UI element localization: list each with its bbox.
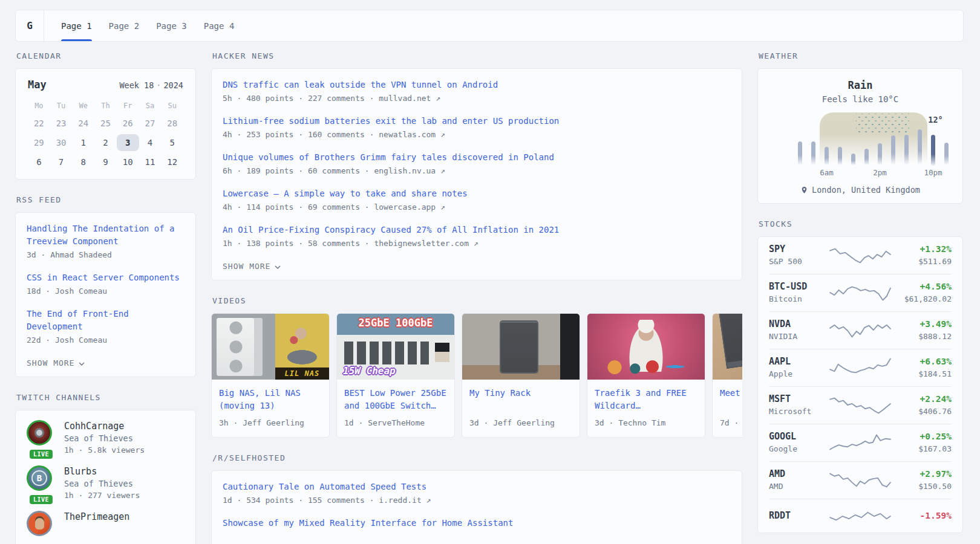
- weather-condition: Rain: [768, 79, 953, 92]
- channel-name-link[interactable]: CohhCarnage: [64, 420, 145, 433]
- videos-section: VIDEOS LIL NAS Big NAS, Lil NAS (moving …: [211, 296, 742, 438]
- hn-show-more-button[interactable]: SHOW MORE: [223, 262, 281, 271]
- stock-symbol: GOOGL: [769, 430, 827, 443]
- calendar-day: 4: [139, 134, 162, 151]
- twitch-channel-row[interactable]: LIVE CohhCarnage Sea of Thieves 1h · 5.8…: [27, 420, 185, 456]
- feed-item-link[interactable]: An Oil Price-Fixing Conspiracy Caused 27…: [223, 224, 731, 236]
- video-thumbnail[interactable]: 25GbE 100GbE 15W Cheap: [337, 314, 454, 380]
- tab-page-3[interactable]: Page 3: [156, 10, 187, 41]
- calendar-day: 27: [139, 115, 162, 132]
- stock-identity: AMD AMD: [769, 468, 827, 492]
- calendar-days: 222324252627282930123456789101112: [28, 115, 183, 170]
- feed-item-link[interactable]: Showcase of my Mixed Reality Interface f…: [223, 517, 731, 529]
- rss-list: Handling The Indentation of a Treeview C…: [27, 222, 185, 346]
- calendar-weekday: Su: [161, 98, 183, 115]
- weather-bar: [904, 135, 909, 166]
- stock-row: RDDT -1.59%: [769, 499, 952, 533]
- feed-item-link[interactable]: Lithium-free sodium batteries exit the l…: [223, 115, 731, 128]
- stock-price: $184.51: [893, 368, 952, 380]
- thumbnail-dim-overlay: [713, 314, 742, 380]
- video-title-link[interactable]: My Tiny Rack: [469, 387, 572, 412]
- rss-show-more-button[interactable]: SHOW MORE: [27, 358, 85, 368]
- feed-item-link[interactable]: Unique volumes of Brothers Grimm fairy t…: [223, 151, 731, 164]
- video-thumbnail[interactable]: LIL NAS: [212, 314, 329, 380]
- feed-item-link[interactable]: Handling The Indentation of a Treeview C…: [27, 222, 185, 248]
- calendar-day: 8: [72, 154, 94, 170]
- video-card[interactable]: LIL NAS Big NAS, Lil NAS (moving 13) 3h …: [211, 313, 330, 438]
- feed-item-meta: 4h · 114 points · 69 comments · lowercas…: [223, 201, 731, 213]
- feed-item-link[interactable]: DNS traffic can leak outside the VPN tun…: [223, 79, 731, 91]
- weather-bar: [825, 147, 829, 166]
- video-title-link[interactable]: Meet the Linux Clu: [720, 387, 742, 412]
- weather-location-row: London, United Kingdom: [768, 185, 953, 195]
- video-thumbnail[interactable]: [462, 314, 580, 380]
- weather-feels-like: Feels like 10°C: [768, 94, 953, 105]
- reddit-section-title: /R/SELFHOSTED: [212, 453, 742, 462]
- stock-sparkline: [827, 505, 893, 526]
- feed-item-link[interactable]: The End of Front-End Development: [27, 308, 185, 333]
- video-thumbnail[interactable]: [587, 314, 705, 380]
- feed-item-link[interactable]: Cautionary Tale on Automated Speed Tests: [223, 481, 731, 493]
- tab-page-2[interactable]: Page 2: [109, 10, 140, 41]
- video-card[interactable]: 25GbE 100GbE 15W Cheap BEST Low Power 25…: [336, 313, 455, 438]
- chevron-down-icon: [275, 265, 281, 269]
- channel-game: Sea of Thieves: [64, 433, 145, 444]
- video-card[interactable]: Traefik 3 and FREE Wildcard… 3d · Techno…: [587, 313, 705, 438]
- stock-symbol: MSFT: [769, 393, 827, 406]
- hacker-news-widget: DNS traffic can leak outside the VPN tun…: [211, 68, 742, 280]
- calendar-weekday: Mo: [28, 98, 50, 115]
- video-card-body: Traefik 3 and FREE Wildcard… 3d · Techno…: [587, 380, 705, 437]
- avatar-wrap: B LIVE: [27, 465, 56, 501]
- stock-change: +2.97%: [893, 468, 952, 481]
- twitch-channel-row[interactable]: B LIVE Blurbs Sea of Thieves 1h · 277 vi…: [27, 465, 185, 501]
- calendar-section: CALENDAR May Week 18·2024 MoTuWeThFrSaSu…: [15, 51, 196, 180]
- weather-time-label: 6am: [820, 168, 834, 177]
- video-thumbnail[interactable]: FA: [713, 314, 742, 380]
- tab-page-4[interactable]: Page 4: [204, 10, 235, 41]
- stock-company-name: NVIDIA: [769, 331, 827, 342]
- avatar-letter: B: [37, 473, 42, 483]
- weather-location: London, United Kingdom: [812, 185, 920, 195]
- video-title-link[interactable]: Traefik 3 and FREE Wildcard…: [595, 387, 697, 412]
- channel-name-link[interactable]: ThePrimeagen: [64, 511, 129, 523]
- chevron-down-icon: [79, 362, 85, 366]
- video-title-link[interactable]: BEST Low Power 25GbE and 100GbE Switch…: [344, 387, 447, 412]
- calendar-weekday: Th: [94, 98, 117, 115]
- stock-identity: NVDA NVIDIA: [769, 318, 827, 342]
- thumbnail-overlay-text: LIL NAS: [275, 368, 329, 380]
- calendar-weekday: Sa: [139, 98, 162, 115]
- video-title-link[interactable]: Big NAS, Lil NAS (moving 13): [219, 387, 322, 412]
- stock-row: AAPL Apple +6.63% $184.51: [769, 349, 952, 386]
- stock-identity: MSFT Microsoft: [769, 393, 827, 417]
- weather-time-label: 2pm: [873, 168, 887, 177]
- hn-list: DNS traffic can leak outside the VPN tun…: [223, 79, 731, 249]
- calendar-day: 1: [72, 134, 94, 151]
- video-card[interactable]: My Tiny Rack 3d · Jeff Geerling: [462, 313, 580, 438]
- app-logo[interactable]: G: [16, 10, 44, 41]
- tab-page-1[interactable]: Page 1: [61, 10, 92, 41]
- reddit-list: Cautionary Tale on Automated Speed Tests…: [223, 481, 731, 529]
- stock-change: +2.24%: [893, 393, 952, 406]
- rain-dots-pattern: [856, 114, 909, 134]
- stock-values: +2.97% $150.50: [893, 468, 952, 492]
- stock-identity: RDDT: [769, 510, 827, 522]
- calendar-day: 5: [161, 134, 183, 151]
- feed-item-meta: 3d · Ahmad Shadeed: [27, 249, 185, 261]
- stock-company-name: Google: [769, 443, 827, 455]
- calendar-day: 24: [72, 115, 94, 132]
- stock-price: $167.03: [893, 443, 952, 455]
- video-card[interactable]: FA Meet the Linux Clu 7d · Jeff Geerling: [712, 313, 742, 438]
- twitch-section-title: TWITCH CHANNELS: [16, 393, 196, 402]
- weather-bar: [918, 129, 922, 166]
- channel-name-link[interactable]: Blurbs: [64, 465, 140, 478]
- stock-sparkline: [827, 432, 893, 453]
- feed-item-meta: 1h · 138 points · 58 comments · thebigne…: [223, 238, 731, 249]
- weather-bar: [891, 135, 895, 166]
- videos-carousel[interactable]: LIL NAS Big NAS, Lil NAS (moving 13) 3h …: [211, 313, 742, 438]
- channel-avatar: [27, 511, 52, 536]
- calendar-day: 29: [28, 134, 50, 151]
- rss-section: RSS FEED Handling The Indentation of a T…: [15, 195, 196, 377]
- twitch-channel-row[interactable]: ThePrimeagen: [27, 511, 185, 536]
- feed-item-link[interactable]: CSS in React Server Components: [27, 271, 185, 284]
- feed-item-link[interactable]: Lowercase – A simple way to take and sha…: [223, 187, 731, 200]
